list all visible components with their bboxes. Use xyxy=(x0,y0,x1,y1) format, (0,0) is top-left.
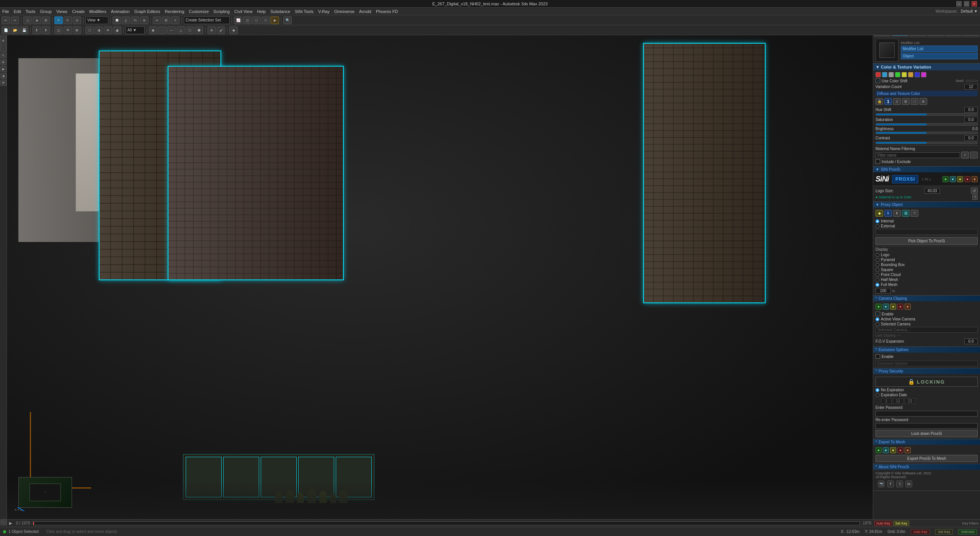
facebook-icon[interactable]: f xyxy=(887,480,894,487)
external-path-input[interactable] xyxy=(875,229,978,235)
proxy-import-btn[interactable]: ⬇ xyxy=(884,210,892,217)
cam-icon2[interactable]: ● xyxy=(883,304,889,310)
autokey-indicator[interactable]: Auto Key xyxy=(911,529,930,534)
named-selection-input[interactable]: Create Selection Set xyxy=(184,16,230,24)
logo-size-input[interactable] xyxy=(924,188,940,194)
menu-edit[interactable]: Edit xyxy=(14,9,21,14)
logo-radio[interactable] xyxy=(875,253,879,257)
minimize-btn[interactable]: ─ xyxy=(956,1,962,7)
type3-btn[interactable]: ⊞ xyxy=(902,98,910,105)
lock-down-btn[interactable]: Lock down ProxSi xyxy=(875,430,978,437)
date-day-input[interactable] xyxy=(881,398,892,404)
scale-btn[interactable]: ⇲ xyxy=(73,16,81,24)
proxy-security-header[interactable]: * Proxy Security xyxy=(873,368,980,374)
hue-shift-track[interactable] xyxy=(875,113,978,116)
variation-count-input[interactable] xyxy=(964,84,978,90)
save-btn[interactable]: 💾 xyxy=(20,26,28,34)
fov-input[interactable] xyxy=(964,338,978,344)
curve-editor-btn[interactable]: 📈 xyxy=(234,16,242,24)
color-swatch-5[interactable] xyxy=(902,72,907,77)
include-exclude-checkbox[interactable] xyxy=(875,159,880,164)
proxy-export-btn[interactable]: ⬆ xyxy=(893,210,901,217)
play-btn[interactable]: ▶ xyxy=(7,520,15,527)
no-expiration-radio[interactable] xyxy=(875,388,879,392)
search-btn[interactable]: 🔍 xyxy=(283,16,292,24)
hierarchy-tab[interactable]: ⊞ xyxy=(0,59,7,65)
select-move-btn[interactable]: ✛ xyxy=(54,16,63,24)
menu-sini-tools[interactable]: SiNi Tools xyxy=(295,9,314,14)
enable-cam-checkbox[interactable]: ✓ xyxy=(875,312,880,316)
unhide-all-btn[interactable]: ◕ xyxy=(113,26,121,34)
mirror-btn[interactable]: ⇔ xyxy=(153,16,161,24)
enable-excl-checkbox[interactable] xyxy=(875,354,880,359)
render-setup-btn[interactable]: ⬡ xyxy=(261,16,270,24)
color-swatch-3[interactable] xyxy=(889,72,894,77)
export-icon1[interactable]: ● xyxy=(875,447,882,453)
type4-btn[interactable]: □ xyxy=(911,98,918,105)
full-mesh-radio[interactable] xyxy=(875,283,879,287)
menu-modifiers[interactable]: Modifiers xyxy=(89,9,106,14)
menu-vray[interactable]: V-Ray xyxy=(318,9,330,14)
menu-create[interactable]: Create xyxy=(72,9,85,14)
cam-icon5[interactable]: ● xyxy=(905,304,911,310)
export-to-mesh-header[interactable]: * Export To Mesh xyxy=(873,439,980,445)
type2-btn[interactable]: 2 xyxy=(893,98,901,105)
motion-tab[interactable]: ▶ xyxy=(0,66,7,72)
re-password-input[interactable] xyxy=(875,423,978,429)
select-object-btn[interactable]: ◻ xyxy=(23,16,32,24)
export-icon2[interactable]: ● xyxy=(883,447,889,453)
contrast-track[interactable] xyxy=(875,142,978,144)
setkey-btn[interactable]: Set Key xyxy=(893,521,910,526)
subobject-btn[interactable]: ◉ xyxy=(149,26,157,34)
refresh-btn[interactable]: ↺ xyxy=(971,188,978,194)
point-cloud-radio[interactable] xyxy=(875,273,879,277)
external-radio[interactable] xyxy=(875,224,879,228)
render-btn[interactable]: ▶ xyxy=(271,16,279,24)
color-texture-variation-header[interactable]: ▼ Color & Texture Variation xyxy=(873,64,980,70)
key-filters-btn[interactable]: Key Filters xyxy=(962,521,978,525)
schematic-view-btn[interactable]: ◫ xyxy=(243,16,252,24)
saturation-input[interactable] xyxy=(964,117,978,123)
menu-substance[interactable]: Substance xyxy=(270,9,290,14)
menu-animation[interactable]: Animation xyxy=(111,9,130,14)
selected-indicator[interactable]: Selected xyxy=(958,529,977,534)
close-btn[interactable]: ✕ xyxy=(972,1,977,7)
element-btn[interactable]: ⬢ xyxy=(195,26,203,34)
sini-icon1[interactable]: ● xyxy=(942,176,949,182)
color-swatch-7[interactable] xyxy=(915,72,920,77)
half-mesh-radio[interactable] xyxy=(875,278,879,282)
expiration-date-radio[interactable] xyxy=(875,393,879,397)
export-icon5[interactable]: ● xyxy=(905,447,911,453)
face-btn[interactable]: △ xyxy=(176,26,185,34)
menu-arnold[interactable]: Arnold xyxy=(359,9,371,14)
object-type-dropdown[interactable]: Object xyxy=(901,53,978,59)
sini-icon2[interactable]: ● xyxy=(950,176,956,182)
sini-icon4[interactable]: ● xyxy=(964,176,970,182)
display-pct-input[interactable] xyxy=(875,288,891,294)
display-floater-btn[interactable]: ◫ xyxy=(54,26,63,34)
menu-file[interactable]: File xyxy=(2,9,9,14)
angle-snap-btn[interactable]: ∠ xyxy=(122,16,130,24)
seed-input[interactable] xyxy=(966,80,978,82)
brightness-track[interactable] xyxy=(875,132,978,134)
window-crossing-btn[interactable]: ⊞ xyxy=(42,16,50,24)
internal-radio[interactable] xyxy=(875,219,879,223)
freeze-unselected-btn[interactable]: ❄ xyxy=(104,26,112,34)
timeline-track[interactable] xyxy=(33,521,860,525)
twitter-x-icon[interactable]: 𝕏 xyxy=(896,480,903,487)
color-swatch-8[interactable] xyxy=(921,72,926,77)
menu-group[interactable]: Group xyxy=(40,9,52,14)
lock-icon-btn[interactable]: 🔒 xyxy=(875,98,883,105)
pick-object-btn[interactable]: Pick Object To ProxSi xyxy=(875,237,978,245)
xref-btn[interactable]: ⊠ xyxy=(73,26,81,34)
redo-btn[interactable]: ↪ xyxy=(11,16,19,24)
percent-snap-btn[interactable]: % xyxy=(131,16,139,24)
camera-clipping-header[interactable]: * Camera Clipping xyxy=(873,296,980,301)
object-paint-btn[interactable]: ◆ xyxy=(229,26,238,34)
smart-select-btn[interactable]: ⊕ xyxy=(207,26,216,34)
selected-camera-radio[interactable] xyxy=(875,322,879,326)
menu-help[interactable]: Help xyxy=(257,9,266,14)
cam-icon1[interactable]: ● xyxy=(875,304,882,310)
select-region-btn[interactable]: ◈ xyxy=(33,16,41,24)
select-from-scene-btn[interactable]: ⬡ xyxy=(85,26,94,34)
